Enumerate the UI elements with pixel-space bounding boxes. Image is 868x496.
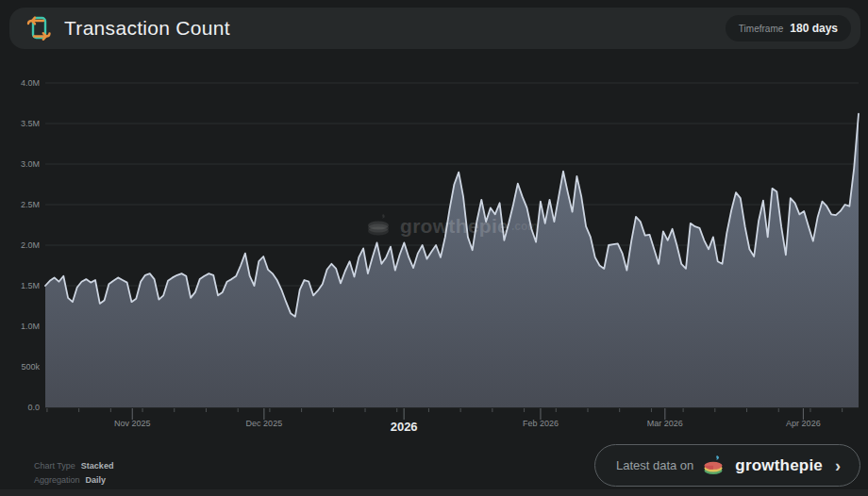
svg-text:Apr 2026: Apr 2026 [786, 419, 821, 428]
chart-header: Transaction Count Timeframe 180 days [9, 8, 860, 49]
latest-data-button[interactable]: Latest data on growthepie › [594, 444, 860, 487]
transaction-count-icon [25, 13, 53, 43]
aggregation-value: Daily [86, 473, 107, 488]
page-title: Transaction Count [64, 17, 230, 40]
chevron-right-icon: › [835, 457, 841, 474]
aggregation-row: Aggregation Daily [34, 473, 113, 488]
timeframe-label: Timeframe [739, 24, 783, 34]
chart-type-row: Chart Type Stacked [34, 459, 113, 473]
svg-text:0.0: 0.0 [27, 403, 40, 412]
svg-text:500k: 500k [21, 362, 40, 372]
svg-text:3.0M: 3.0M [21, 159, 40, 169]
svg-text:2026: 2026 [391, 420, 418, 434]
bottom-bar [0, 489, 868, 496]
svg-text:4.0M: 4.0M [21, 78, 40, 88]
svg-text:3.5M: 3.5M [21, 119, 40, 128]
svg-text:Dec 2025: Dec 2025 [246, 419, 283, 428]
svg-text:Feb 2026: Feb 2026 [523, 419, 559, 428]
growthepie-logo-icon [702, 455, 726, 477]
svg-text:2.5M: 2.5M [21, 200, 40, 209]
chart-type-label: Chart Type [34, 459, 75, 473]
svg-text:Nov 2025: Nov 2025 [114, 419, 151, 428]
area-chart[interactable]: 4.0M3.5M3.0M2.5M2.0M1.5M1.0M500k0.0Nov 2… [0, 0, 868, 496]
svg-text:2.0M: 2.0M [21, 240, 40, 250]
timeframe-selector[interactable]: Timeframe 180 days [726, 15, 851, 41]
timeframe-value: 180 days [790, 22, 838, 35]
chart-type-value: Stacked [81, 459, 114, 473]
transaction-count-page: 4.0M3.5M3.0M2.5M2.0M1.5M1.0M500k0.0Nov 2… [0, 0, 868, 496]
svg-text:1.5M: 1.5M [21, 281, 40, 290]
aggregation-label: Aggregation [34, 473, 80, 488]
svg-text:1.0M: 1.0M [21, 322, 40, 331]
svg-text:Mar 2026: Mar 2026 [647, 419, 683, 428]
cta-prefix: Latest data on [616, 458, 693, 472]
chart-settings: Chart Type Stacked Aggregation Daily [34, 459, 113, 488]
cta-brand: growthepie [735, 456, 823, 475]
